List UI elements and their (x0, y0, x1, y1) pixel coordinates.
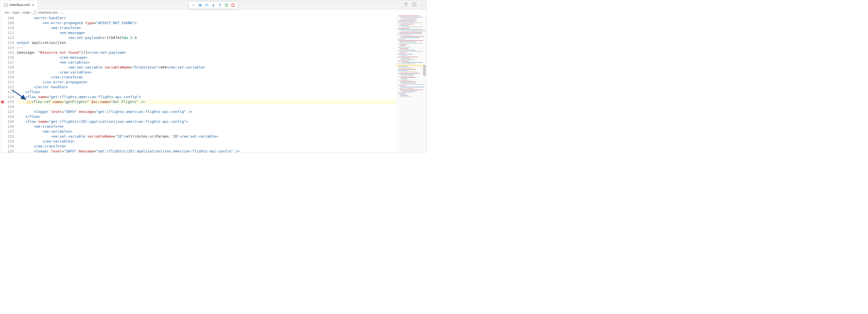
crumb[interactable]: src (5, 11, 9, 15)
close-icon[interactable]: × (31, 2, 35, 7)
stop-button[interactable] (230, 2, 236, 8)
scrollbar-vertical[interactable] (423, 16, 426, 153)
svg-rect-29 (401, 31, 426, 31)
code-line[interactable]: <ee:message> (17, 30, 396, 35)
svg-rect-31 (400, 33, 422, 34)
line-number: 108 (5, 16, 14, 21)
code-line[interactable]: <ee:set-payload><![CDATA[%dw 2.0 (17, 35, 396, 40)
svg-rect-58 (398, 70, 407, 71)
line-number: 124 (5, 94, 14, 99)
line-number: 129 (5, 119, 14, 124)
svg-rect-36 (399, 40, 423, 41)
code-line[interactable]: </ee:transform> (17, 75, 396, 80)
drag-handle-icon[interactable] (191, 2, 196, 8)
svg-rect-21 (400, 20, 416, 20)
svg-rect-33 (401, 36, 424, 37)
svg-rect-41 (398, 47, 410, 48)
code-line[interactable]: <on-error-propagate type="APIKIT:NOT_FOU… (17, 21, 396, 26)
code-line[interactable]: output application/json (17, 40, 396, 45)
code-line[interactable]: --- (17, 45, 396, 50)
titlebar-actions: ··· (404, 2, 424, 7)
svg-rect-47 (400, 55, 407, 56)
line-number: 133 (5, 139, 14, 144)
breakpoint-icon[interactable] (1, 101, 4, 103)
step-into-button[interactable] (210, 2, 216, 8)
xml-file-icon (33, 10, 37, 15)
line-number: 118 (5, 65, 14, 70)
line-number: 111 (5, 30, 14, 35)
restart-button[interactable] (223, 2, 229, 8)
code-line[interactable]: <logger level="INFO" message="get:\fligh… (17, 149, 396, 153)
code-line[interactable]: </ee:transform> (17, 144, 396, 149)
svg-rect-71 (400, 88, 414, 89)
code-line[interactable]: </ee:variables> (17, 70, 396, 75)
code-line[interactable]: <flow-ref name="getFlights" doc:name="Ge… (17, 99, 396, 105)
code-line[interactable] (17, 105, 396, 109)
code-content[interactable]: <error-handler> <on-error-propagate type… (17, 16, 396, 153)
code-line[interactable]: <ee:transform> (17, 124, 396, 129)
svg-rect-35 (398, 39, 406, 39)
svg-rect-50 (401, 59, 415, 60)
line-number: 110 (5, 26, 14, 30)
tab-filename: interface.xml (9, 3, 30, 7)
step-out-button[interactable] (217, 2, 223, 8)
code-line[interactable]: <flow name="get:\flights:american-flight… (17, 94, 396, 99)
svg-rect-66 (401, 81, 416, 82)
split-editor-icon[interactable] (412, 2, 416, 7)
crumb[interactable]: mule (23, 11, 30, 15)
editor-window: interface.xml × (0, 0, 427, 153)
line-number: 115 (5, 50, 14, 55)
code-line[interactable]: <flow name="get:\flights\(ID):applicatio… (17, 119, 396, 124)
svg-rect-48 (398, 57, 417, 57)
svg-point-3 (192, 6, 193, 6)
svg-point-1 (192, 4, 193, 5)
more-icon[interactable]: ··· (420, 3, 424, 7)
svg-point-14 (405, 5, 407, 6)
breakpoint-gutter[interactable] (0, 16, 5, 153)
svg-rect-7 (199, 4, 199, 6)
crumb[interactable]: main (12, 11, 20, 15)
code-line[interactable]: </flow> (17, 114, 396, 119)
code-line[interactable]: </ee:message> (17, 55, 396, 60)
breadcrumb[interactable]: src› main› mule› interface.xml› … (0, 9, 426, 16)
code-line[interactable]: </ee:variables> (17, 139, 396, 144)
svg-rect-27 (398, 28, 409, 28)
svg-rect-19 (400, 17, 423, 18)
line-number: 112 (5, 35, 14, 40)
svg-rect-40 (400, 46, 405, 46)
svg-rect-63 (400, 77, 416, 78)
step-over-button[interactable] (204, 2, 210, 8)
svg-rect-73 (401, 91, 417, 91)
minimap[interactable] (396, 16, 426, 153)
scroll-thumb[interactable] (423, 65, 426, 76)
svg-rect-61 (401, 75, 414, 75)
svg-rect-51 (398, 61, 409, 61)
code-editor[interactable]: 1081091101111121131141151161171181191201… (0, 16, 426, 153)
code-line[interactable]: <logger level="INFO" message="get:\fligh… (17, 109, 396, 114)
code-line[interactable]: </error-handler> (17, 85, 396, 90)
chevron-right-icon: › (21, 11, 22, 15)
code-line[interactable]: <ee:set-variable variableName="ID">attri… (17, 134, 396, 139)
editor-tab-active[interactable]: interface.xml × (0, 0, 38, 9)
continue-button[interactable] (197, 2, 203, 8)
code-line[interactable]: <ee:variables> (17, 129, 396, 134)
code-line[interactable]: <ee:set-variable variableName="httpStatu… (17, 65, 396, 70)
code-line[interactable]: {message: "Resource not found"}]]></ee:s… (17, 50, 396, 55)
svg-rect-30 (399, 32, 422, 33)
svg-rect-56 (398, 68, 412, 68)
crumb[interactable]: … (61, 11, 64, 15)
line-number: 125 (5, 99, 14, 105)
svg-rect-62 (399, 76, 414, 77)
code-line[interactable]: <ee:transform> (17, 26, 396, 30)
code-line[interactable]: <error-handler> (17, 16, 396, 21)
svg-rect-78 (396, 65, 426, 66)
code-line[interactable]: </flow> (17, 90, 396, 94)
svg-rect-52 (402, 62, 423, 63)
svg-rect-23 (398, 23, 421, 23)
code-line[interactable]: <ee:variables> (17, 60, 396, 65)
code-line[interactable]: </on-error-propagate> (17, 80, 396, 85)
svg-rect-42 (400, 49, 408, 49)
run-config-icon[interactable] (404, 2, 408, 7)
svg-rect-18 (398, 16, 420, 16)
crumb[interactable]: interface.xml (39, 11, 57, 15)
